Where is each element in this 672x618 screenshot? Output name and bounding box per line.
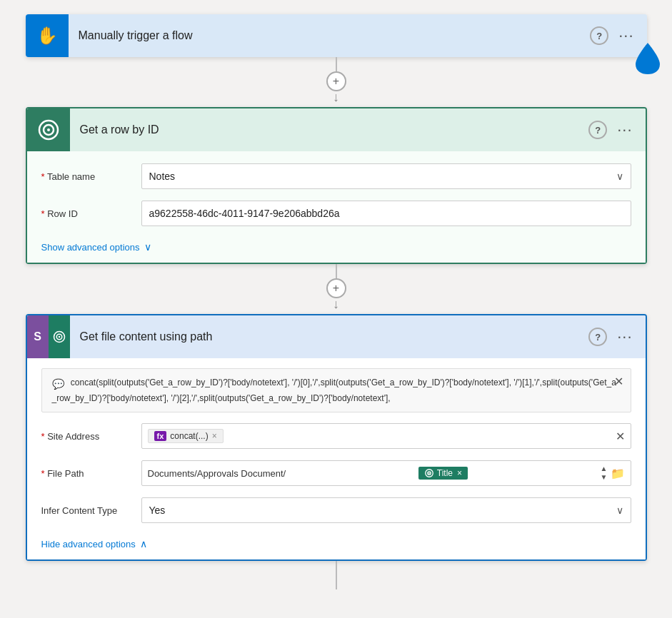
show-advanced-button[interactable]: Show advanced options ∨ [41, 237, 151, 255]
arrow-down-2: ↓ [333, 297, 339, 312]
water-drop-icon [634, 41, 661, 77]
getrow-help-button[interactable]: ? [588, 121, 607, 139]
title-token-text: Title [437, 468, 453, 478]
table-name-label: * Table name [41, 171, 141, 182]
getfile-card: S Get file content using path ? ··· [26, 314, 647, 561]
add-step-button-2[interactable]: + [326, 278, 346, 298]
site-address-token: fx concat(...) × [148, 429, 224, 443]
infer-type-control[interactable]: Yes ∨ [141, 497, 631, 523]
infer-type-value: Yes [149, 505, 166, 516]
bottom-line [336, 561, 337, 589]
row-id-value: a9622558-46dc-4011-9147-9e206abbd26a [149, 208, 340, 219]
table-name-label-text: Table name [47, 171, 95, 182]
required-star-3: * [41, 431, 48, 442]
row-id-input[interactable]: a9622558-46dc-4011-9147-9e206abbd26a [141, 201, 631, 226]
required-star-2: * [41, 208, 48, 219]
filepath-arrows[interactable]: ▲ ▼ [601, 465, 608, 482]
site-token-label: concat(...) [170, 431, 208, 441]
getfile-more-button[interactable]: ··· [616, 326, 633, 348]
folder-icon[interactable]: 📁 [611, 467, 625, 480]
getrow-card: Get a row by ID ? ··· * Table name Notes… [26, 107, 647, 264]
show-advanced-label: Show advanced options [41, 242, 140, 253]
fx-icon: fx [154, 431, 167, 441]
getfile-dataverse-icon [52, 330, 66, 344]
file-path-label-text: File Path [47, 468, 84, 479]
hide-advanced-chevron: ∧ [140, 538, 147, 549]
getrow-actions: ? ··· [588, 119, 633, 141]
concat-expression-text: concat(split(outputs('Get_a_row_by_ID')?… [52, 378, 616, 403]
infer-type-row: Infer Content Type Yes ∨ [41, 497, 631, 524]
required-star-1: * [41, 171, 47, 182]
table-name-control[interactable]: Notes ∨ [141, 163, 631, 189]
filepath-actions: ▲ ▼ 📁 [601, 465, 625, 482]
infer-type-select[interactable]: Yes ∨ [141, 497, 631, 523]
file-path-control[interactable]: Documents/Approvals Document/ Title × [141, 460, 631, 486]
table-name-select[interactable]: Notes ∨ [141, 163, 631, 189]
concat-close-button[interactable]: ✕ [614, 375, 623, 388]
show-advanced-chevron: ∨ [144, 241, 151, 253]
line-top-2 [336, 264, 337, 278]
row-id-label-text: Row ID [47, 208, 78, 219]
getfile-icon-right [49, 315, 70, 358]
getrow-icon-box [27, 108, 70, 151]
concat-chat-icon: 💬 [52, 377, 64, 392]
getrow-more-button[interactable]: ··· [616, 119, 633, 141]
file-path-text: Documents/Approvals Document/ [148, 468, 286, 479]
trigger-title: Manually trigger a flow [69, 29, 591, 42]
getfile-actions: ? ··· [588, 326, 633, 348]
row-id-row: * Row ID a9622558-46dc-4011-9147-9e206ab… [41, 200, 631, 227]
arrow-down-icon: ▼ [601, 473, 608, 482]
svg-point-8 [428, 472, 430, 474]
getfile-body: 💬 concat(split(outputs('Get_a_row_by_ID'… [27, 358, 646, 559]
site-clear-button[interactable]: ✕ [616, 430, 625, 443]
title-token-remove[interactable]: × [457, 468, 462, 478]
getrow-icon [37, 118, 60, 141]
required-star-4: * [41, 468, 48, 479]
file-path-row: * File Path Documents/Approvals Document… [41, 460, 631, 487]
table-name-value: Notes [149, 171, 176, 182]
getfile-s-icon: S [34, 330, 41, 343]
title-token: Title × [418, 467, 468, 480]
getfile-title: Get file content using path [70, 330, 589, 343]
add-step-button-1[interactable]: + [326, 71, 346, 91]
file-path-label: * File Path [41, 468, 141, 479]
table-name-chevron: ∨ [616, 171, 623, 182]
connector-1: + ↓ [336, 57, 337, 107]
trigger-icon-box: ✋ [26, 14, 69, 57]
svg-point-5 [58, 336, 60, 338]
trigger-header: ✋ Manually trigger a flow ? ··· [26, 14, 647, 57]
line-top-1 [336, 57, 337, 71]
concat-expression-box: 💬 concat(split(outputs('Get_a_row_by_ID'… [41, 368, 631, 412]
getrow-title: Get a row by ID [70, 123, 589, 136]
svg-point-2 [47, 128, 50, 131]
connector-2: + ↓ [336, 264, 337, 314]
row-id-control[interactable]: a9622558-46dc-4011-9147-9e206abbd26a [141, 201, 631, 226]
trigger-actions: ? ··· [590, 25, 635, 46]
table-name-row: * Table name Notes ∨ [41, 163, 631, 190]
trigger-card: ✋ Manually trigger a flow ? ··· [26, 14, 647, 57]
site-address-label-text: Site Address [47, 431, 99, 442]
row-id-label: * Row ID [41, 208, 141, 219]
site-token-remove[interactable]: × [212, 431, 217, 441]
infer-chevron: ∨ [616, 505, 623, 516]
getrow-header: Get a row by ID ? ··· [27, 108, 646, 151]
trigger-more-button[interactable]: ··· [617, 25, 635, 46]
getrow-body: * Table name Notes ∨ * Row ID a9622558-4… [27, 151, 646, 263]
hide-advanced-button[interactable]: Hide advanced options ∧ [41, 534, 147, 552]
getfile-icon-left: S [27, 315, 49, 358]
getfile-header: S Get file content using path ? ··· [27, 315, 646, 358]
trigger-help-button[interactable]: ? [590, 26, 608, 45]
arrow-down-1: ↓ [333, 90, 339, 105]
arrow-up-icon: ▲ [601, 465, 608, 473]
file-path-input[interactable]: Documents/Approvals Document/ Title × [141, 460, 631, 486]
title-dataverse-icon [424, 468, 434, 478]
trigger-icon: ✋ [36, 26, 58, 46]
site-address-control[interactable]: fx concat(...) × ✕ [141, 423, 631, 449]
infer-type-label: Infer Content Type [41, 505, 141, 516]
getfile-help-button[interactable]: ? [588, 328, 607, 346]
getfile-icon-box: S [27, 315, 70, 358]
site-address-row: * Site Address fx concat(...) × ✕ [41, 422, 631, 450]
site-address-label: * Site Address [41, 431, 141, 442]
site-address-input[interactable]: fx concat(...) × ✕ [141, 423, 631, 449]
hide-advanced-label: Hide advanced options [41, 539, 136, 549]
